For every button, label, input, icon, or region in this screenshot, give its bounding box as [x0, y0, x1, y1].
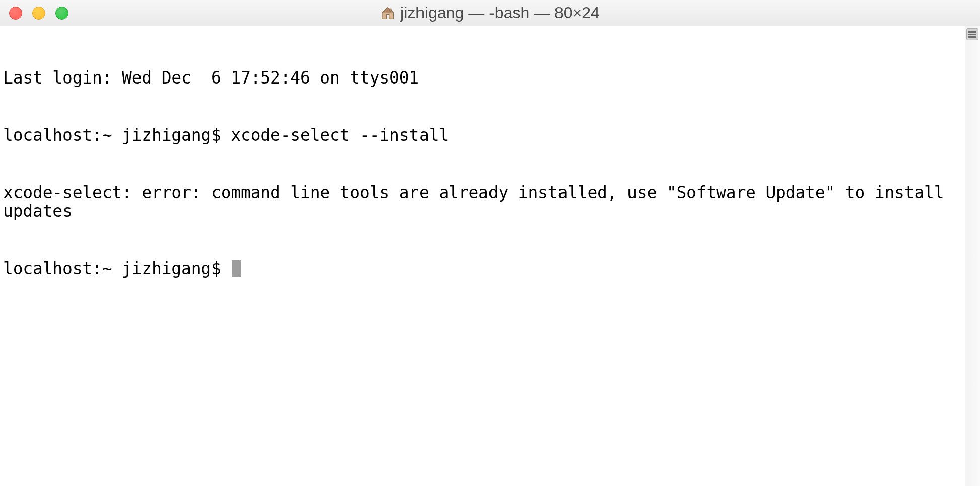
terminal-cursor: [232, 260, 241, 277]
close-button[interactable]: [9, 7, 22, 20]
terminal-body: Last login: Wed Dec 6 17:52:46 on ttys00…: [0, 26, 980, 486]
command-1: xcode-select --install: [231, 125, 449, 145]
scrollbar-track[interactable]: [965, 26, 980, 486]
minimize-button[interactable]: [32, 7, 45, 20]
window-title: jizhigang — -bash — 80×24: [380, 4, 600, 22]
command-line-1: localhost:~ jizhigang$ xcode-select --in…: [3, 126, 962, 145]
prompt-2: localhost:~ jizhigang$: [3, 259, 231, 278]
window-title-text: jizhigang — -bash — 80×24: [400, 4, 600, 22]
terminal-window: jizhigang — -bash — 80×24 Last login: We…: [0, 0, 980, 486]
current-prompt-line: localhost:~ jizhigang$: [3, 259, 962, 278]
terminal-content[interactable]: Last login: Wed Dec 6 17:52:46 on ttys00…: [0, 26, 965, 486]
last-login-line: Last login: Wed Dec 6 17:52:46 on ttys00…: [3, 68, 962, 88]
home-icon: [380, 6, 395, 21]
traffic-lights: [0, 7, 68, 20]
prompt-1: localhost:~ jizhigang$: [3, 125, 231, 145]
output-line-1: xcode-select: error: command line tools …: [3, 183, 962, 221]
window-titlebar[interactable]: jizhigang — -bash — 80×24: [0, 0, 980, 26]
zoom-button[interactable]: [55, 7, 68, 20]
svg-rect-0: [390, 9, 391, 11]
alternate-screen-toggle-icon[interactable]: [966, 28, 978, 40]
